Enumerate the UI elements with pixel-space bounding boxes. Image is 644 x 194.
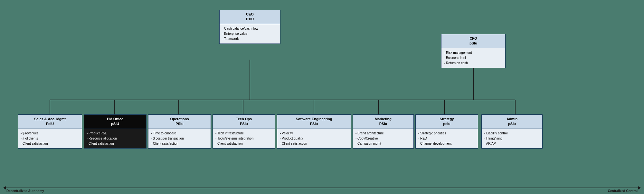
techops-box: Tech Ops PSiu - Tech infrastructure- Too… (213, 114, 275, 149)
admin-title: Admin (507, 117, 517, 121)
org-chart: CEO PsIU - Cash balance/cash flow- Enter… (0, 0, 644, 194)
ops-metrics: - Time to onboard- $ cost per transactio… (148, 129, 211, 148)
ceo-title: CEO (246, 12, 254, 16)
softeng-box: Software Engineering PSIu - Velocity- Pr… (277, 114, 351, 149)
ops-box: Operations PSiu - Time to onboard- $ cos… (148, 114, 211, 149)
admin-metrics: - Liability control- Hiring/firing- AR/A… (482, 129, 542, 148)
ops-title: Operations (170, 117, 189, 121)
pm-subtitle: pSiU (111, 122, 119, 126)
cfo-header: CFO pSIu (441, 34, 505, 48)
softeng-title: Software Engineering (296, 117, 332, 121)
pm-box: PM Office pSiU - Product P&L- Resource a… (84, 114, 147, 149)
connector-lines (0, 0, 644, 194)
axis-bar (3, 188, 641, 188)
strategy-metrics: - Strategic priorities- R&D- Channel dev… (416, 129, 478, 148)
admin-subtitle: pSiu (508, 122, 516, 126)
strategy-title: Strategy (440, 117, 454, 121)
ceo-box: CEO PsIU - Cash balance/cash flow- Enter… (219, 10, 280, 44)
ceo-header: CEO PsIU (220, 10, 280, 24)
ceo-subtitle: PsIU (246, 17, 254, 21)
ceo-metrics: - Cash balance/cash flow- Enterprise val… (220, 24, 280, 44)
techops-title: Tech Ops (236, 117, 252, 121)
strategy-subtitle: psIu (443, 122, 450, 126)
axis-label-right: Centralized Control (608, 189, 638, 193)
softeng-metrics: - Velocity- Product quality- Client sati… (277, 129, 351, 148)
softeng-subtitle: PSIu (310, 122, 318, 126)
sales-metrics: - $ revenues- # of clients- Client satis… (18, 129, 82, 148)
cfo-box: CFO pSIu - Risk management- Business int… (441, 34, 506, 68)
marketing-metrics: - Brand architecture- Copy/Creative- Cam… (353, 129, 413, 148)
pm-title: PM Office (107, 117, 123, 121)
ops-header: Operations PSiu (148, 115, 211, 129)
pm-header: PM Office pSiU (84, 115, 146, 129)
techops-metrics: - Tech infrastructure- Tools/systems int… (213, 129, 275, 148)
techops-header: Tech Ops PSiu (213, 115, 275, 129)
sales-header: Sales & Acc. Mgmt PsIU (18, 115, 82, 129)
sales-title: Sales & Acc. Mgmt (34, 117, 66, 121)
pm-metrics: - Product P&L- Resource allocation- Clie… (84, 129, 146, 148)
marketing-subtitle: PSIu (379, 122, 387, 126)
softeng-header: Software Engineering PSIu (277, 115, 351, 129)
cfo-subtitle: pSIu (469, 41, 477, 45)
techops-subtitle: PSiu (240, 122, 248, 126)
ops-subtitle: PSiu (175, 122, 183, 126)
marketing-title: Marketing (375, 117, 392, 121)
cfo-title: CFO (469, 36, 477, 40)
sales-box: Sales & Acc. Mgmt PsIU - $ revenues- # o… (18, 114, 82, 149)
cfo-metrics: - Risk management- Business intel- Retur… (441, 48, 505, 68)
admin-header: Admin pSiu (482, 115, 542, 129)
marketing-box: Marketing PSIu - Brand architecture- Cop… (353, 114, 414, 149)
admin-box: Admin pSiu - Liability control- Hiring/f… (481, 114, 543, 149)
axis-label-left: Decentralized Autonomy (6, 189, 44, 193)
sales-subtitle: PsIU (46, 122, 54, 126)
strategy-header: Strategy psIu (416, 115, 478, 129)
marketing-header: Marketing PSIu (353, 115, 413, 129)
strategy-box: Strategy psIu - Strategic priorities- R&… (415, 114, 478, 149)
